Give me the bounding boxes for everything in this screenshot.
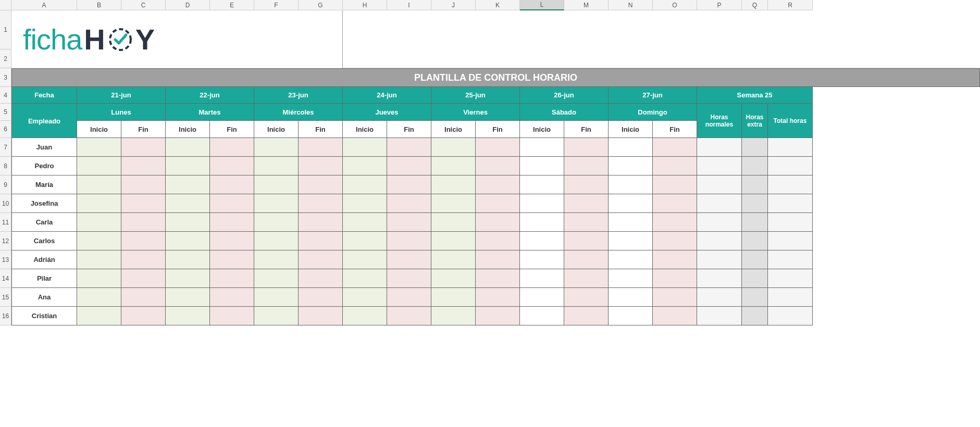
- empty-logo-row-cells[interactable]: [343, 10, 980, 68]
- cell-fin-5-4[interactable]: [476, 232, 520, 250]
- cell-fin-7-5[interactable]: [564, 269, 609, 288]
- cell-horas-extra-1[interactable]: [742, 157, 768, 175]
- cell-horas-extra-5[interactable]: [742, 232, 768, 250]
- column-header-P[interactable]: P: [697, 0, 742, 10]
- select-all-corner[interactable]: [0, 0, 11, 10]
- row-header-8[interactable]: 8: [0, 157, 11, 175]
- cell-inicio-7-5[interactable]: [520, 269, 564, 288]
- cell-horas-normales-6[interactable]: [697, 250, 742, 269]
- cell-inicio-1-0[interactable]: [77, 157, 121, 175]
- header-date-4[interactable]: 25-jun: [431, 87, 520, 104]
- cell-fin-4-4[interactable]: [476, 213, 520, 232]
- header-date-3[interactable]: 24-jun: [343, 87, 431, 104]
- cell-inicio-0-4[interactable]: [431, 138, 476, 157]
- cell-fin-1-6[interactable]: [653, 157, 697, 175]
- header-fin-4[interactable]: Fin: [476, 121, 520, 138]
- cell-inicio-2-1[interactable]: [166, 175, 210, 194]
- cell-horas-extra-9[interactable]: [742, 307, 768, 325]
- cell-total-horas-3[interactable]: [768, 194, 813, 213]
- header-inicio-0[interactable]: Inicio: [77, 121, 121, 138]
- cell-inicio-2-3[interactable]: [343, 175, 387, 194]
- header-date-5[interactable]: 26-jun: [520, 87, 609, 104]
- cell-inicio-5-0[interactable]: [77, 232, 121, 250]
- row-header-5[interactable]: 5: [0, 104, 11, 121]
- header-inicio-2[interactable]: Inicio: [254, 121, 299, 138]
- cell-fin-9-6[interactable]: [653, 307, 697, 325]
- cell-fin-6-2[interactable]: [299, 250, 343, 269]
- cell-horas-extra-4[interactable]: [742, 213, 768, 232]
- cell-fin-6-6[interactable]: [653, 250, 697, 269]
- header-day-0[interactable]: Lunes: [77, 104, 166, 121]
- cell-inicio-0-3[interactable]: [343, 138, 387, 157]
- cell-inicio-7-6[interactable]: [609, 269, 653, 288]
- cell-inicio-9-5[interactable]: [520, 307, 564, 325]
- cell-inicio-9-6[interactable]: [609, 307, 653, 325]
- header-fin-6[interactable]: Fin: [653, 121, 697, 138]
- cell-horas-normales-1[interactable]: [697, 157, 742, 175]
- cell-fin-0-5[interactable]: [564, 138, 609, 157]
- cell-fin-1-4[interactable]: [476, 157, 520, 175]
- row-header-13[interactable]: 13: [0, 250, 11, 269]
- cell-fin-6-0[interactable]: [121, 250, 166, 269]
- employee-name-3[interactable]: Josefina: [11, 194, 77, 213]
- header-fin-1[interactable]: Fin: [210, 121, 254, 138]
- cell-inicio-6-4[interactable]: [431, 250, 476, 269]
- cell-fin-0-6[interactable]: [653, 138, 697, 157]
- cell-inicio-2-4[interactable]: [431, 175, 476, 194]
- cell-inicio-1-1[interactable]: [166, 157, 210, 175]
- cell-fin-0-3[interactable]: [387, 138, 431, 157]
- title-bar[interactable]: PLANTILLA DE CONTROL HORARIO: [11, 68, 980, 87]
- cell-inicio-5-1[interactable]: [166, 232, 210, 250]
- cell-fin-5-3[interactable]: [387, 232, 431, 250]
- column-header-O[interactable]: O: [653, 0, 697, 10]
- row-header-11[interactable]: 11: [0, 213, 11, 232]
- cell-fin-3-5[interactable]: [564, 194, 609, 213]
- cell-total-horas-0[interactable]: [768, 138, 813, 157]
- cell-inicio-9-1[interactable]: [166, 307, 210, 325]
- cell-inicio-4-2[interactable]: [254, 213, 299, 232]
- employee-name-8[interactable]: Ana: [11, 288, 77, 307]
- cell-inicio-3-5[interactable]: [520, 194, 564, 213]
- cell-inicio-0-0[interactable]: [77, 138, 121, 157]
- column-header-D[interactable]: D: [166, 0, 210, 10]
- cell-inicio-6-1[interactable]: [166, 250, 210, 269]
- cell-fin-8-6[interactable]: [653, 288, 697, 307]
- cell-inicio-9-0[interactable]: [77, 307, 121, 325]
- cell-fin-1-2[interactable]: [299, 157, 343, 175]
- cell-inicio-1-4[interactable]: [431, 157, 476, 175]
- cell-inicio-8-0[interactable]: [77, 288, 121, 307]
- cell-fin-7-2[interactable]: [299, 269, 343, 288]
- cell-inicio-1-2[interactable]: [254, 157, 299, 175]
- employee-name-1[interactable]: Pedro: [11, 157, 77, 175]
- cell-fin-9-3[interactable]: [387, 307, 431, 325]
- cell-fin-8-4[interactable]: [476, 288, 520, 307]
- cell-horas-normales-0[interactable]: [697, 138, 742, 157]
- row-header-14[interactable]: 14: [0, 269, 11, 288]
- cell-inicio-2-6[interactable]: [609, 175, 653, 194]
- cell-inicio-0-1[interactable]: [166, 138, 210, 157]
- column-header-C[interactable]: C: [121, 0, 166, 10]
- cell-inicio-8-3[interactable]: [343, 288, 387, 307]
- cell-inicio-3-6[interactable]: [609, 194, 653, 213]
- cell-fin-2-2[interactable]: [299, 175, 343, 194]
- cell-fin-2-1[interactable]: [210, 175, 254, 194]
- header-horas-extra-top[interactable]: Horas extra: [742, 104, 768, 121]
- column-header-R[interactable]: R: [768, 0, 813, 10]
- cell-horas-extra-6[interactable]: [742, 250, 768, 269]
- cell-horas-normales-5[interactable]: [697, 232, 742, 250]
- cell-fin-0-4[interactable]: [476, 138, 520, 157]
- cell-inicio-5-2[interactable]: [254, 232, 299, 250]
- column-header-K[interactable]: K: [476, 0, 520, 10]
- header-fin-2[interactable]: Fin: [299, 121, 343, 138]
- cell-inicio-7-0[interactable]: [77, 269, 121, 288]
- cell-inicio-7-3[interactable]: [343, 269, 387, 288]
- cell-fin-6-3[interactable]: [387, 250, 431, 269]
- row-header-3[interactable]: 3: [0, 68, 11, 87]
- cell-inicio-6-3[interactable]: [343, 250, 387, 269]
- cell-inicio-6-5[interactable]: [520, 250, 564, 269]
- cell-inicio-1-6[interactable]: [609, 157, 653, 175]
- cell-inicio-7-4[interactable]: [431, 269, 476, 288]
- employee-name-4[interactable]: Carla: [11, 213, 77, 232]
- column-header-L[interactable]: L: [520, 0, 564, 10]
- cell-inicio-6-0[interactable]: [77, 250, 121, 269]
